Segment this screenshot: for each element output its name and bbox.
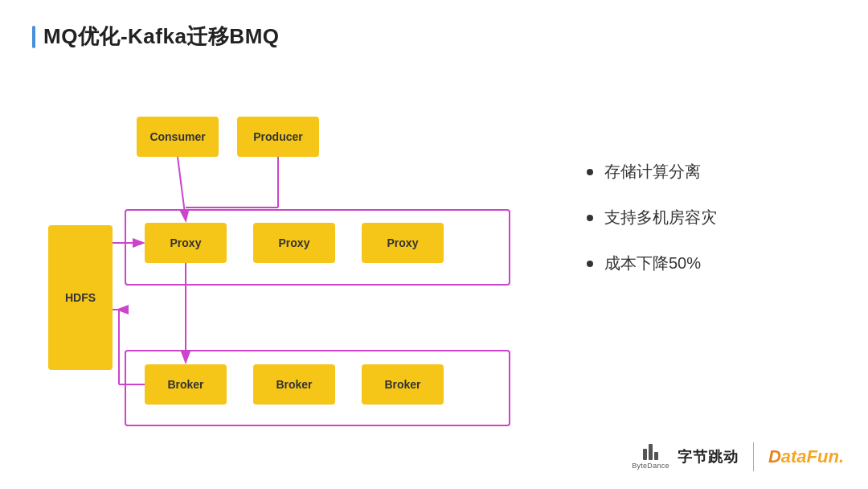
bullet-text: 支持多机房容灾 [604,207,717,228]
broker1-box: Broker [145,364,227,405]
footer-divider [753,442,754,471]
datafun-d: D [768,446,781,466]
bullets-section: 存储计算分离支持多机房容灾成本下降50% [587,161,844,298]
bytedance-logo: ByteDance [632,444,669,470]
bullet-text: 存储计算分离 [604,161,701,183]
diagram: HDFS Consumer Producer Proxy Proxy Proxy… [32,68,547,462]
proxy3-box: Proxy [362,223,444,263]
bullet-item: 存储计算分离 [587,161,844,183]
title-accent [32,26,35,48]
bullet-text: 成本下降50% [604,253,701,274]
bullet-dot [587,215,593,221]
consumer-box: Consumer [137,117,219,157]
bullet-dot [587,169,593,175]
datafun-rest: ataFun. [781,446,844,466]
title-bar: MQ优化-Kafka迁移BMQ [32,23,280,51]
page-title: MQ优化-Kafka迁移BMQ [43,23,280,51]
bullet-item: 成本下降50% [587,253,844,274]
proxy2-box: Proxy [253,223,335,263]
broker2-box: Broker [253,364,335,405]
bullet-dot [587,261,593,267]
datafun-logo: DataFun. [768,446,844,467]
proxy1-box: Proxy [145,223,227,263]
bullet-item: 支持多机房容灾 [587,207,844,228]
hdfs-box: HDFS [48,225,113,370]
bytedance-sub-label: ByteDance [632,462,669,470]
bytedance-bars-icon [643,444,658,460]
footer: ByteDance 字节跳动 DataFun. [632,442,844,471]
broker3-box: Broker [362,364,444,405]
producer-box: Producer [237,117,319,157]
bytedance-cn-label: 字节跳动 [678,447,739,466]
